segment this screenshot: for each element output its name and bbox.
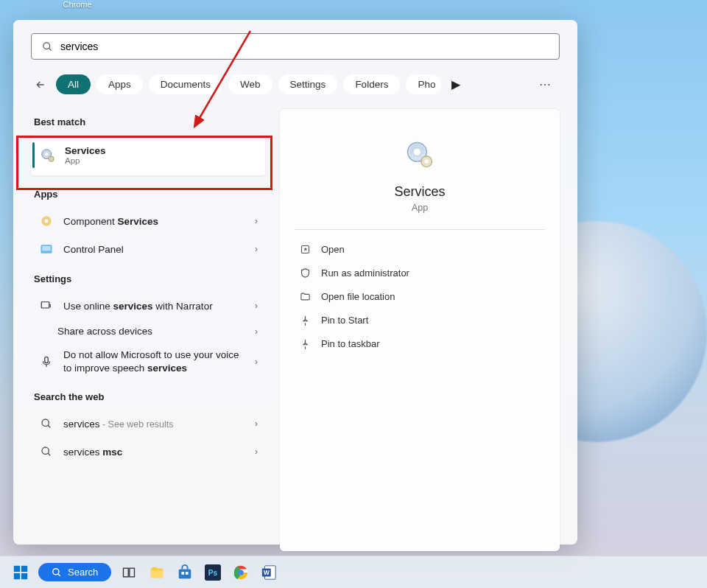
result-share-devices[interactable]: Share across devices › <box>31 320 265 343</box>
taskbar-word-icon[interactable]: W <box>258 562 279 583</box>
action-label: Open file location <box>321 291 395 302</box>
svg-text:Ps: Ps <box>208 568 218 576</box>
filter-tab-all[interactable]: All <box>56 74 91 94</box>
svg-point-0 <box>43 42 50 49</box>
result-title: Use online services with Narrator <box>63 301 213 312</box>
action-label: Pin to taskbar <box>321 338 380 349</box>
result-best-services[interactable]: Services App <box>31 135 265 175</box>
more-options-button[interactable]: ⋯ <box>532 73 560 96</box>
divider <box>295 229 545 230</box>
action-run-admin[interactable]: Run as administrator <box>295 261 545 284</box>
result-narrator-services[interactable]: Use online services with Narrator › <box>31 292 265 320</box>
result-title: services msc <box>63 447 122 458</box>
action-open[interactable]: Open <box>295 237 545 261</box>
results-column: Best match Services App Apps Component S… <box>31 109 265 551</box>
result-speech-services[interactable]: Do not allow Microsoft to use your voice… <box>31 343 265 381</box>
search-icon <box>42 41 53 52</box>
search-box[interactable] <box>31 33 560 60</box>
back-button[interactable] <box>31 75 50 94</box>
result-web-services[interactable]: services - See web results › <box>31 410 265 438</box>
svg-rect-23 <box>14 573 20 578</box>
taskbar-search-label: Search <box>68 567 98 578</box>
filter-scroll-right[interactable]: ▶ <box>447 74 465 94</box>
taskbar-photoshop-icon[interactable]: Ps <box>203 562 223 583</box>
action-pin-start[interactable]: Pin to Start <box>295 308 545 332</box>
result-title: Services <box>65 145 106 156</box>
chevron-right-icon: › <box>255 244 258 254</box>
chevron-right-icon: › <box>255 301 258 311</box>
chevron-right-icon: › <box>255 447 258 457</box>
action-open-location[interactable]: Open file location <box>295 284 545 308</box>
svg-rect-8 <box>42 246 51 251</box>
filter-tab-settings[interactable]: Settings <box>278 74 338 94</box>
search-icon <box>38 444 54 460</box>
result-title: Share across devices <box>57 326 152 337</box>
svg-line-26 <box>58 573 60 575</box>
filter-row: All Apps Documents Web Settings Folders … <box>31 73 560 96</box>
result-title: Do not allow Microsoft to use your voice… <box>63 349 246 375</box>
chevron-right-icon: › <box>255 216 258 226</box>
services-gear-icon <box>404 139 436 171</box>
svg-rect-21 <box>14 565 20 571</box>
svg-point-18 <box>424 159 429 164</box>
chevron-right-icon: › <box>255 419 258 429</box>
taskbar: Search Ps W <box>0 556 707 588</box>
action-label: Pin to Start <box>321 315 368 326</box>
microphone-icon <box>38 354 54 370</box>
filter-tab-web[interactable]: Web <box>228 74 272 94</box>
svg-point-13 <box>42 447 49 454</box>
result-web-services-msc[interactable]: services msc › <box>31 438 265 466</box>
chevron-right-icon: › <box>255 357 258 367</box>
action-label: Run as administrator <box>321 267 409 279</box>
result-subtitle: App <box>65 156 106 165</box>
action-pin-taskbar[interactable]: Pin to taskbar <box>295 332 545 355</box>
svg-point-6 <box>45 220 49 223</box>
filter-tab-folders[interactable]: Folders <box>343 74 400 94</box>
svg-rect-27 <box>124 568 129 577</box>
desktop-icon-chrome-label[interactable]: Chrome <box>52 0 103 9</box>
open-icon <box>299 243 311 255</box>
svg-rect-30 <box>179 569 191 578</box>
svg-rect-31 <box>182 572 185 575</box>
svg-line-1 <box>49 48 51 50</box>
search-icon <box>38 416 54 432</box>
section-header-best-match: Best match <box>34 116 265 127</box>
filter-tab-apps[interactable]: Apps <box>96 74 143 94</box>
svg-point-25 <box>53 568 59 574</box>
section-header-settings: Settings <box>34 273 265 284</box>
svg-rect-10 <box>45 357 49 363</box>
taskbar-explorer-icon[interactable] <box>147 562 167 583</box>
result-control-panel[interactable]: Control Panel › <box>31 235 265 263</box>
result-title: Control Panel <box>63 244 124 255</box>
start-button[interactable] <box>10 562 31 583</box>
svg-rect-29 <box>151 570 163 578</box>
result-title: Component Services <box>63 216 158 227</box>
start-search-panel: All Apps Documents Web Settings Folders … <box>13 20 577 545</box>
svg-point-11 <box>42 419 49 426</box>
taskbar-store-icon[interactable] <box>175 562 195 583</box>
search-input[interactable] <box>60 41 549 52</box>
svg-line-14 <box>48 453 50 455</box>
filter-tab-photos[interactable]: Pho <box>406 74 441 94</box>
svg-rect-32 <box>186 572 189 575</box>
svg-point-4 <box>49 155 54 161</box>
taskbar-search-button[interactable]: Search <box>38 563 111 581</box>
action-label: Open <box>321 244 345 255</box>
pin-icon <box>299 314 311 326</box>
svg-point-16 <box>414 149 421 155</box>
services-gear-icon <box>40 147 56 164</box>
svg-point-3 <box>45 152 49 155</box>
control-panel-icon <box>38 241 54 257</box>
result-component-services[interactable]: Component Services › <box>31 207 265 235</box>
section-header-apps: Apps <box>34 189 265 200</box>
detail-pane: Services App Open Run as administrator O… <box>280 109 560 551</box>
svg-rect-9 <box>41 302 49 308</box>
detail-subtitle: App <box>295 203 545 213</box>
filter-tab-documents[interactable]: Documents <box>149 74 222 94</box>
taskbar-chrome-icon[interactable] <box>231 562 251 583</box>
taskbar-task-view[interactable] <box>119 562 139 583</box>
folder-icon <box>299 290 311 302</box>
section-header-web: Search the web <box>34 391 265 402</box>
svg-line-12 <box>48 425 50 427</box>
shield-icon <box>299 267 311 279</box>
